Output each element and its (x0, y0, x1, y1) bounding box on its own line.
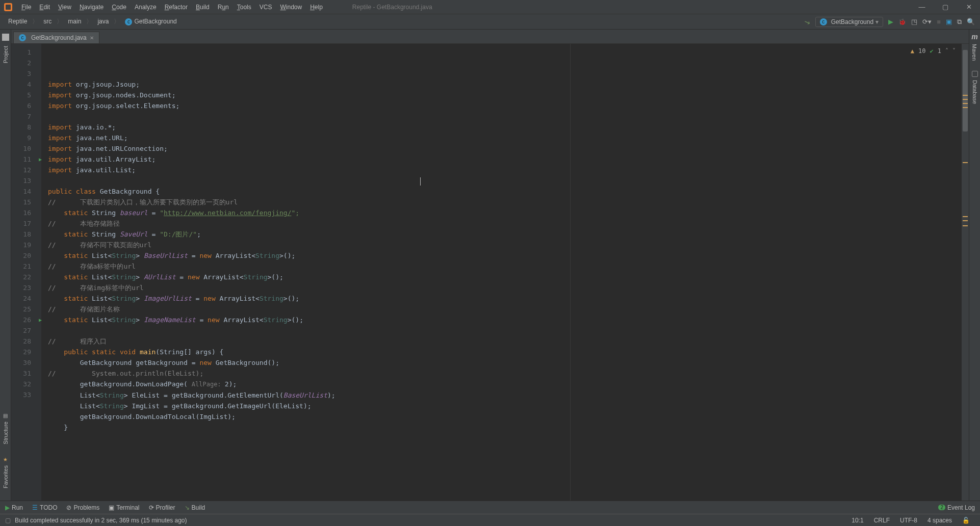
structure-icon: ▤ (3, 413, 8, 418)
menu-edit[interactable]: Edit (35, 4, 54, 11)
breadcrumb-src[interactable]: src (40, 17, 55, 26)
terminal-label: Terminal (116, 504, 139, 511)
warning-marker[interactable] (963, 99, 968, 100)
problems-icon: ⊘ (66, 504, 71, 511)
run-tool-button[interactable]: ▶Run (5, 504, 23, 511)
project-tool-button[interactable]: Project (2, 34, 9, 63)
typo-icon: ✔ (930, 46, 934, 57)
menu-vcs[interactable]: VCS (255, 4, 276, 11)
line-separator[interactable]: CRLF (869, 517, 895, 524)
breadcrumb-main[interactable]: main (65, 17, 84, 26)
run-config-selector[interactable]: c GetBackground ▾ (815, 17, 883, 27)
margin-guide (570, 44, 571, 501)
build-tool-button[interactable]: ↘Build (185, 504, 205, 511)
code-editor[interactable]: ▲10 ✔1 ˄ ˅ import org.jsoup.Jsoup; impor… (42, 44, 962, 501)
inspection-widget[interactable]: ▲10 ✔1 ˄ ˅ (911, 46, 956, 57)
menu-file[interactable]: File (17, 4, 35, 11)
build-icon[interactable]: ↘ (803, 17, 811, 27)
gutter-line: 14 (11, 186, 31, 197)
gutter-line: 28 (11, 336, 31, 347)
gutter-line: 23 (11, 282, 31, 293)
bottom-tool-bar: ▶Run ☰TODO ⊘Problems ▣Terminal ⟳Profiler… (0, 501, 980, 514)
todo-tool-button[interactable]: ☰TODO (32, 504, 57, 511)
eventlog-label: Event Log (947, 504, 975, 511)
editor-tab-bar: c GetBackground.java ✕ (11, 30, 969, 44)
run-label: Run (12, 504, 23, 511)
gutter-line: 12 (11, 165, 31, 175)
editor-tab[interactable]: c GetBackground.java ✕ (13, 32, 99, 43)
chevron-down-icon[interactable]: ˅ (952, 46, 956, 57)
right-tool-rail: m Maven Database (969, 30, 980, 501)
gutter-line: 15 (11, 197, 31, 207)
database-icon (972, 71, 978, 77)
window-minimize-icon[interactable]: — (915, 3, 929, 11)
gutter-line: 4 (11, 79, 31, 90)
caret-position[interactable]: 10:1 (846, 517, 868, 524)
favorites-tool-button[interactable]: ★ Favorites (3, 457, 9, 488)
warning-marker[interactable] (963, 95, 968, 96)
terminal-tool-button[interactable]: ▣Terminal (109, 504, 139, 511)
close-icon[interactable]: ✕ (90, 35, 94, 41)
gutter-line: 5 (11, 90, 31, 100)
chevron-up-icon[interactable]: ˄ (945, 46, 948, 57)
scroll-thumb[interactable] (963, 50, 968, 132)
menu-run[interactable]: Run (214, 4, 233, 11)
menu-navigate[interactable]: Navigate (75, 4, 108, 11)
problems-label: Problems (73, 504, 99, 511)
gutter-line: 26 (11, 314, 31, 325)
git-icon[interactable]: ⧉ (957, 18, 962, 26)
menu-tools[interactable]: Tools (233, 4, 255, 11)
coverage-icon[interactable]: ◳ (911, 18, 917, 25)
class-icon: c (820, 18, 827, 25)
breadcrumb-java[interactable]: java (94, 17, 112, 26)
warning-marker[interactable] (963, 220, 968, 221)
profiler-icon[interactable]: ⟳▾ (922, 18, 932, 25)
build-label: Build (192, 504, 205, 511)
gutter-line: 2 (11, 58, 31, 68)
database-label: Database (972, 80, 978, 104)
gutter: 1 2 3 4 5 6 7 8 9 10 11 12 13 14 15 16 1… (11, 44, 42, 501)
gutter-line: 13 (11, 175, 31, 186)
indent-setting[interactable]: 4 spaces (922, 517, 957, 524)
gutter-line: 6 (11, 100, 31, 111)
gutter-line: 22 (11, 272, 31, 282)
gutter-line: 8 (11, 122, 31, 133)
warning-marker[interactable] (963, 103, 968, 104)
breadcrumb-class[interactable]: cGetBackground (122, 17, 179, 27)
menu-view[interactable]: View (54, 4, 75, 11)
readonly-lock-icon[interactable]: 🔓 (957, 517, 975, 524)
maven-tool-button[interactable]: m Maven (971, 33, 977, 61)
menu-window[interactable]: Window (276, 4, 306, 11)
gutter-line: 32 (11, 379, 31, 389)
search-icon[interactable]: 🔍 (967, 18, 975, 25)
debug-button-icon[interactable]: 🐞 (898, 18, 906, 25)
left-tool-rail: Project ▤ Structure ★ Favorites (0, 30, 11, 501)
editor-scrollbar[interactable] (962, 44, 969, 501)
stop-icon[interactable]: ■ (937, 18, 941, 25)
warning-marker[interactable] (963, 162, 968, 163)
update-icon[interactable]: ▣ (946, 18, 952, 25)
warning-marker[interactable] (963, 216, 968, 217)
status-bar: ▢ Build completed successfully in 2 sec,… (0, 514, 980, 526)
gutter-line: 1 (11, 47, 31, 58)
database-tool-button[interactable]: Database (972, 61, 978, 104)
window-maximize-icon[interactable]: ▢ (938, 3, 952, 11)
run-button-icon[interactable]: ▶ (888, 18, 893, 25)
menu-analyze[interactable]: Analyze (131, 4, 161, 11)
breadcrumb-root[interactable]: Reptile (5, 17, 30, 26)
quick-access-icon[interactable]: ▢ (5, 517, 11, 524)
menu-code[interactable]: Code (108, 4, 131, 11)
profiler-tool-button[interactable]: ⟳Profiler (149, 504, 175, 511)
menu-help[interactable]: Help (306, 4, 327, 11)
menu-build[interactable]: Build (192, 4, 214, 11)
window-close-icon[interactable]: ✕ (962, 3, 976, 11)
navigation-toolbar: Reptile〉 src〉 main〉 java〉 cGetBackground… (0, 14, 980, 30)
structure-tool-button[interactable]: ▤ Structure (3, 413, 9, 444)
file-encoding[interactable]: UTF-8 (895, 517, 922, 524)
warning-marker[interactable] (963, 107, 968, 108)
problems-tool-button[interactable]: ⊘Problems (66, 504, 99, 511)
warning-marker[interactable] (963, 225, 968, 226)
maven-icon: m (971, 33, 977, 41)
eventlog-tool-button[interactable]: 2Event Log (938, 504, 975, 511)
menu-refactor[interactable]: Refactor (161, 4, 192, 11)
